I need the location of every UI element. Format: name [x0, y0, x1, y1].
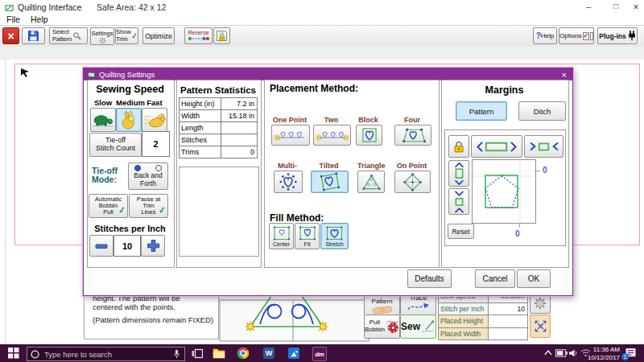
speaker-icon[interactable]	[569, 348, 579, 358]
speed-medium-button[interactable]	[116, 108, 142, 132]
pull-bobbin-label: Pull Bobbin	[365, 319, 385, 333]
table-row: Stitch per Inch10	[438, 302, 528, 316]
stitches-minus-button[interactable]	[89, 235, 114, 257]
stat-label: Trims	[180, 146, 221, 158]
lock-icon	[452, 140, 465, 154]
on-point-button[interactable]	[394, 171, 431, 193]
dialog-icon	[88, 71, 95, 78]
plugins-button[interactable]: Plug-ins	[597, 27, 638, 44]
speed-fast-button[interactable]	[142, 108, 167, 132]
reverse-button[interactable]: Reverse	[184, 27, 213, 44]
margins-shrink-horizontal-button[interactable]	[524, 135, 564, 158]
chrome-icon[interactable]	[237, 348, 249, 359]
multi-point-button[interactable]	[274, 171, 303, 193]
quilting-app-icon[interactable]: dm	[312, 347, 327, 361]
margins-pattern-button[interactable]: Pattern	[456, 101, 507, 121]
maximize-button[interactable]: □	[609, 2, 623, 10]
stat-value: 7.2 in	[221, 100, 257, 108]
dialog-titlebar[interactable]: Quilting Settings ×	[84, 68, 572, 80]
margins-shrink-vertical-button[interactable]	[448, 188, 469, 215]
file-explorer-icon[interactable]	[213, 348, 225, 359]
search-placeholder: Type here to search	[44, 350, 112, 359]
stitches-plus-button[interactable]	[141, 235, 165, 257]
fill-stretch-label: Stretch	[325, 241, 343, 247]
block-icon	[361, 127, 378, 143]
shrink-horizontal-icon	[528, 140, 560, 153]
stat-row: Width15.18 in	[179, 109, 258, 122]
fill-stretch-button[interactable]: Stretch	[320, 223, 349, 249]
pause-trim-label: Pause at Trim Lines	[137, 196, 161, 216]
canvas-left-border	[5, 60, 6, 344]
save-locked-button[interactable]	[213, 27, 230, 44]
expand-arrows-icon	[534, 319, 547, 333]
tilted-block-button[interactable]	[311, 171, 349, 193]
margins-preview-graphic	[473, 160, 534, 221]
menu-file[interactable]: File	[6, 14, 20, 24]
stat-row: Height (in)7.2 in	[179, 97, 258, 110]
taskbar-search-box[interactable]: Type here to search	[27, 347, 185, 361]
pattern-statistics-table: Height (in)7.2 in Width15.18 in Length S…	[179, 98, 258, 158]
fill-stretch-icon	[324, 225, 345, 241]
close-button[interactable]: ×	[630, 2, 642, 13]
tieoff-stitch-count-value[interactable]: 2	[142, 131, 170, 157]
task-view-icon[interactable]	[192, 348, 203, 359]
margins-ditch-button[interactable]: Ditch	[518, 101, 566, 121]
app-icon	[5, 3, 14, 12]
row-label: Placed Width	[439, 328, 489, 340]
expand-pattern-button[interactable]	[530, 315, 551, 338]
two-points-button[interactable]	[313, 125, 351, 146]
select-pattern-label: Select Pattern	[52, 29, 72, 42]
options-button[interactable]: Options✓	[559, 27, 594, 44]
radio-unselected-icon[interactable]	[155, 165, 162, 171]
show-trim-label: Show Trim	[116, 29, 131, 42]
exit-button[interactable]: ×	[2, 27, 19, 44]
back-and-forth-button[interactable]: Back and Forth	[128, 162, 168, 190]
tray-chevron-icon[interactable]	[544, 350, 552, 356]
fill-center-icon	[272, 225, 291, 241]
speed-slow-button[interactable]	[90, 108, 116, 132]
safe-area-label: Safe Area: 42 x 12	[97, 2, 166, 12]
table-row: Placed Height	[438, 315, 528, 328]
margins-expand-horizontal-button[interactable]	[471, 135, 522, 158]
one-point-button[interactable]	[271, 125, 310, 146]
triangle-button[interactable]	[357, 171, 385, 193]
select-pattern-button[interactable]: Select Pattern	[49, 27, 88, 44]
start-button-icon[interactable]	[8, 348, 19, 359]
four-points-icon	[399, 127, 427, 144]
tieoff-stitch-count-button[interactable]: Tie-off Stitch Count	[89, 133, 142, 157]
save-button[interactable]	[22, 27, 45, 44]
settings-button[interactable]: Settings	[90, 27, 114, 45]
clock-date: 10/12/2017	[588, 354, 620, 362]
placement-note-fixed: (Pattern dimensions remain FIXED)	[93, 315, 215, 324]
pause-at-trim-lines-button[interactable]: Pause at Trim Lines✓	[129, 194, 168, 218]
optimize-button[interactable]: Optimize	[142, 27, 175, 44]
photos-icon[interactable]	[288, 348, 299, 359]
stat-row: Stitches	[179, 134, 258, 146]
stitches-per-inch-value[interactable]: 10	[114, 235, 141, 257]
menu-help[interactable]: Help	[31, 14, 48, 24]
radio-selected-icon[interactable]	[134, 165, 141, 171]
on-point-icon	[403, 173, 422, 191]
microphone-icon[interactable]	[173, 349, 180, 359]
bobbin-check-icon: ✓	[118, 206, 126, 216]
word-icon[interactable]: W	[263, 348, 275, 359]
show-trim-button[interactable]: Show Trim✓	[115, 27, 138, 44]
minimize-button[interactable]: –	[581, 2, 596, 11]
cancel-button[interactable]: Cancel	[475, 269, 515, 288]
row-value[interactable]: 10	[489, 305, 527, 313]
sew-button[interactable]: Sew	[400, 315, 436, 339]
pull-bobbin-button[interactable]: Pull Bobbin	[364, 315, 400, 339]
margins-expand-vertical-button[interactable]	[448, 160, 469, 187]
tray-clock[interactable]: 11:36 AM 10/12/2017	[588, 346, 620, 361]
block-button[interactable]	[356, 125, 382, 146]
fill-center-button[interactable]: Center	[269, 223, 294, 249]
defaults-button[interactable]: Defaults	[407, 269, 452, 288]
ok-button[interactable]: OK	[517, 269, 551, 288]
dialog-close-button[interactable]: ×	[562, 70, 567, 80]
margins-lock-button[interactable]	[448, 135, 469, 158]
fill-fit-button[interactable]: Fit	[295, 223, 320, 249]
margins-reset-button[interactable]: Reset	[448, 224, 474, 239]
help-button[interactable]: ?Help	[533, 27, 557, 44]
four-points-button[interactable]	[394, 125, 431, 146]
automatic-bobbin-pull-button[interactable]: Automatic Bobbin Pull✓	[89, 194, 128, 218]
